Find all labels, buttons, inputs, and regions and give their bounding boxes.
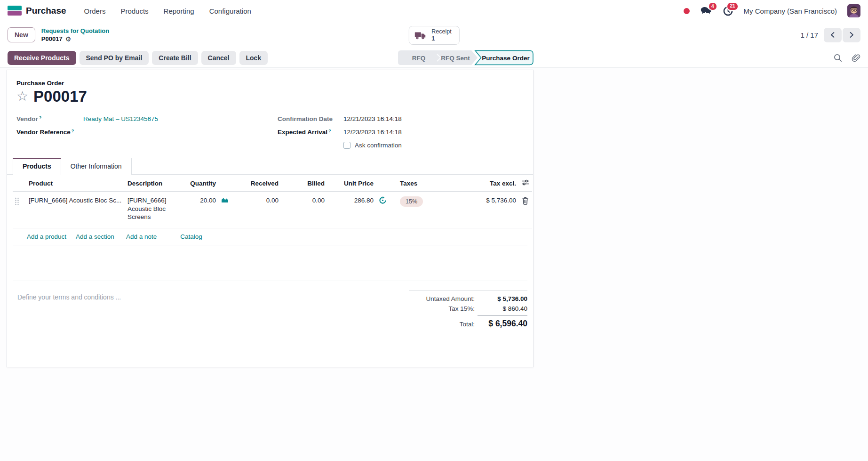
tab-other-information[interactable]: Other Information bbox=[61, 158, 132, 175]
pager-next-button[interactable] bbox=[843, 28, 860, 42]
col-quantity-icon-spacer bbox=[218, 175, 231, 192]
receipt-stat-button[interactable]: Receipt 1 bbox=[408, 26, 459, 45]
col-quantity[interactable]: Quantity bbox=[178, 175, 218, 192]
add-a-note-link[interactable]: Add a note bbox=[126, 233, 157, 240]
company-selector[interactable]: My Company (San Francisco) bbox=[744, 7, 837, 15]
ask-confirmation-checkbox[interactable] bbox=[343, 142, 350, 149]
total-label: Total: bbox=[460, 321, 475, 328]
pager: 1 / 17 bbox=[800, 28, 860, 42]
col-tax-excl[interactable]: Tax excl. bbox=[441, 175, 518, 192]
activities-badge: 21 bbox=[726, 2, 738, 11]
pager-previous-button[interactable] bbox=[824, 28, 842, 42]
menu-configuration[interactable]: Configuration bbox=[209, 7, 251, 15]
untaxed-amount-label: Untaxed Amount: bbox=[426, 295, 475, 302]
cancel-button[interactable]: Cancel bbox=[201, 51, 236, 65]
pager-counter: 1 / 17 bbox=[800, 31, 818, 39]
trash-icon bbox=[522, 197, 529, 205]
send-po-by-email-button[interactable]: Send PO by Email bbox=[80, 51, 149, 65]
odoo-logo-icon bbox=[8, 5, 22, 16]
optional-columns-button[interactable] bbox=[518, 175, 532, 192]
step-rfq[interactable]: RFQ bbox=[412, 55, 426, 62]
catalog-link[interactable]: Catalog bbox=[180, 233, 202, 240]
user-avatar[interactable] bbox=[847, 4, 860, 17]
status-steps: RFQ RFQ Sent Purchase Order bbox=[398, 50, 537, 67]
breadcrumb-parent-link[interactable]: Requests for Quotation bbox=[41, 27, 109, 34]
top-nav-bar: Purchase Orders Products Reporting Confi… bbox=[0, 0, 868, 22]
lock-button[interactable]: Lock bbox=[239, 51, 268, 65]
messages-button[interactable]: 4 bbox=[700, 6, 712, 16]
order-lines-list: Product Description Quantity Received Bi… bbox=[13, 175, 527, 281]
vendor-reference-input[interactable] bbox=[74, 129, 76, 136]
create-bill-button[interactable]: Create Bill bbox=[152, 51, 198, 65]
delete-line-button[interactable] bbox=[518, 192, 532, 228]
tax-badge[interactable]: 15% bbox=[400, 196, 423, 206]
receipt-stat-value: 1 bbox=[431, 35, 451, 42]
cell-taxes[interactable]: 15% bbox=[389, 192, 441, 228]
price-history-icon[interactable] bbox=[375, 192, 389, 228]
expected-arrival-label: Expected Arrival? bbox=[278, 129, 343, 136]
form-sheet: Purchase Order ☆ P00017 Vendor? Ready Ma… bbox=[7, 70, 534, 367]
paperclip-icon[interactable] bbox=[851, 53, 860, 63]
field-group: Vendor? Ready Mat – US12345675 Vendor Re… bbox=[16, 115, 524, 149]
activities-button[interactable]: 21 bbox=[723, 6, 733, 16]
forecast-chart-icon[interactable] bbox=[218, 192, 231, 228]
vendor-reference-label: Vendor Reference? bbox=[16, 129, 74, 136]
order-totals: Untaxed Amount: $ 5,736.00 Tax 15%: $ 86… bbox=[409, 291, 527, 332]
col-billed[interactable]: Billed bbox=[280, 175, 326, 192]
menu-reporting[interactable]: Reporting bbox=[164, 7, 194, 15]
favorite-star-icon[interactable]: ☆ bbox=[16, 90, 28, 103]
cell-unit-price[interactable]: 286.80 bbox=[326, 192, 375, 228]
col-product[interactable]: Product bbox=[27, 175, 126, 192]
messages-badge: 4 bbox=[708, 2, 717, 11]
status-dot-icon[interactable] bbox=[684, 8, 690, 14]
control-panel: New Requests for Quotation P00017 ⚙ Rece… bbox=[0, 22, 868, 48]
receive-products-button[interactable]: Receive Products bbox=[8, 51, 76, 65]
col-taxes[interactable]: Taxes bbox=[389, 175, 441, 192]
receipt-stat-label: Receipt bbox=[431, 28, 451, 35]
column-sliders-icon bbox=[521, 179, 529, 186]
new-button[interactable]: New bbox=[8, 27, 35, 42]
cell-billed[interactable]: 0.00 bbox=[280, 192, 326, 228]
ask-confirmation-label: Ask confirmation bbox=[355, 142, 402, 149]
confirmation-date-value: 12/21/2023 16:14:18 bbox=[343, 115, 402, 122]
cell-product[interactable]: [FURN_6666] Acoustic Bloc Sc... bbox=[27, 192, 126, 228]
help-question-icon: ? bbox=[39, 115, 42, 120]
expected-arrival-value[interactable]: 12/23/2023 16:14:18 bbox=[343, 129, 402, 136]
action-bar: Receive Products Send PO by Email Create… bbox=[0, 48, 868, 68]
systray: 4 21 My Company (San Francisco) bbox=[684, 4, 860, 17]
truck-icon bbox=[414, 31, 427, 40]
cell-quantity[interactable]: 20.00 bbox=[178, 192, 218, 228]
notebook-tabs: Products Other Information bbox=[7, 157, 533, 175]
handle-column-header bbox=[13, 175, 27, 192]
drag-handle[interactable] bbox=[13, 192, 27, 228]
vendor-value-link[interactable]: Ready Mat – US12345675 bbox=[83, 115, 158, 122]
menu-orders[interactable]: Orders bbox=[84, 7, 106, 15]
empty-list-row bbox=[13, 263, 527, 281]
chevron-right-icon bbox=[849, 32, 854, 38]
step-rfq-sent[interactable]: RFQ Sent bbox=[441, 55, 470, 62]
help-question-icon: ? bbox=[328, 129, 331, 133]
menu-products[interactable]: Products bbox=[120, 7, 148, 15]
confirmation-date-label: Confirmation Date bbox=[278, 115, 343, 122]
col-price-icon-spacer bbox=[375, 175, 389, 192]
terms-and-conditions-input[interactable]: Define your terms and conditions ... bbox=[13, 291, 121, 332]
totals-divider bbox=[478, 315, 527, 315]
search-icon[interactable] bbox=[833, 53, 843, 63]
col-received[interactable]: Received bbox=[231, 175, 280, 192]
doc-type-label: Purchase Order bbox=[16, 80, 524, 87]
app-switcher[interactable]: Purchase bbox=[8, 5, 66, 16]
order-line-row[interactable]: [FURN_6666] Acoustic Bloc Sc... [FURN_66… bbox=[13, 192, 532, 228]
total-value: $ 6,596.40 bbox=[475, 319, 527, 329]
tax-label: Tax 15%: bbox=[448, 305, 475, 312]
step-purchase-order[interactable]: Purchase Order bbox=[482, 55, 530, 62]
add-a-product-link[interactable]: Add a product bbox=[27, 233, 66, 240]
drag-dots-icon bbox=[15, 197, 19, 205]
cell-received[interactable]: 0.00 bbox=[231, 192, 280, 228]
cell-description[interactable]: [FURN_6666] Acoustic Bloc Screens bbox=[126, 192, 178, 228]
empty-list-row bbox=[13, 245, 527, 263]
add-a-section-link[interactable]: Add a section bbox=[76, 233, 114, 240]
gear-icon[interactable]: ⚙ bbox=[65, 36, 72, 42]
tab-products[interactable]: Products bbox=[13, 158, 61, 175]
col-description[interactable]: Description bbox=[126, 175, 178, 192]
col-unit-price[interactable]: Unit Price bbox=[326, 175, 375, 192]
